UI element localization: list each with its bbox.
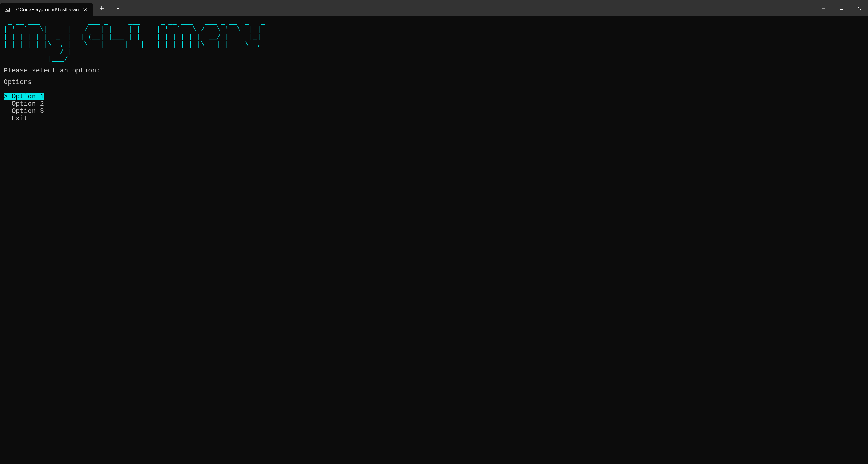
maximize-button[interactable] [833, 2, 850, 14]
menu-item-row[interactable]: > Option 1 [4, 93, 864, 100]
menu-item-row[interactable]: Option 3 [4, 108, 864, 115]
menu-item-row[interactable]: Option 2 [4, 100, 864, 108]
tabs-section: D:\CodePlayground\TestDown [0, 0, 124, 16]
new-tab-button[interactable] [96, 3, 108, 14]
terminal-tab[interactable]: D:\CodePlayground\TestDown [0, 3, 93, 16]
menu-item-selected: > Option 1 [4, 93, 44, 100]
ascii-art-banner: _ __ ___ ___ _ ___ _ __ ___ ___ _ __ _ _… [4, 19, 864, 63]
tab-dropdown-button[interactable] [112, 3, 124, 14]
terminal-content[interactable]: _ __ ___ ___ _ ___ _ __ ___ ___ _ __ _ _… [0, 16, 868, 464]
menu-list: > Option 1 Option 2 Option 3 Exit [4, 93, 864, 123]
close-window-button[interactable] [850, 2, 868, 14]
menu-item-row[interactable]: Exit [4, 115, 864, 122]
tab-actions [96, 3, 124, 14]
options-header: Options [4, 79, 864, 86]
terminal-icon [4, 7, 10, 13]
minimize-button[interactable] [815, 2, 833, 14]
svg-rect-1 [840, 7, 843, 10]
prompt-select-text: Please select an option: [4, 67, 864, 75]
tab-close-button[interactable] [82, 6, 89, 13]
tab-title: D:\CodePlayground\TestDown [13, 7, 79, 12]
window-controls [815, 0, 868, 16]
svg-rect-0 [5, 8, 10, 11]
title-bar: D:\CodePlayground\TestDown [0, 0, 868, 16]
